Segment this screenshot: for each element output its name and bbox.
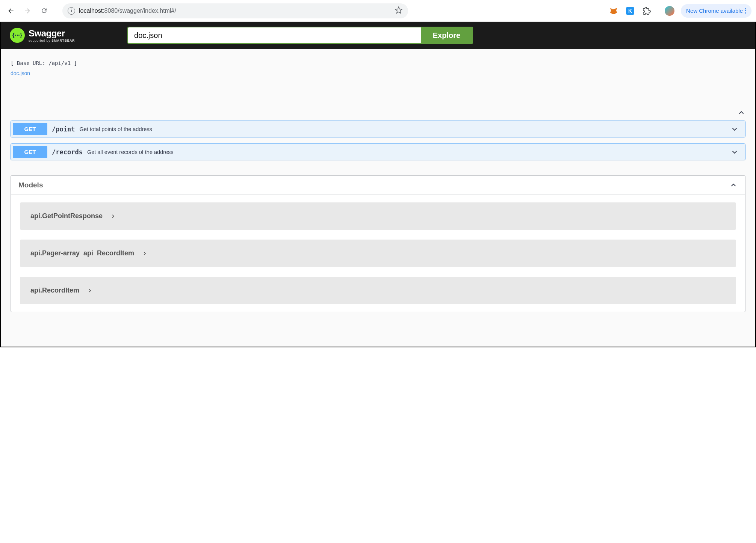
url-text: localhost:8080/swagger/index.html#/	[79, 8, 176, 14]
address-bar[interactable]: i localhost:8080/swagger/index.html#/	[62, 3, 408, 18]
endpoint-description: Get total points of the address	[79, 126, 152, 132]
spec-url-input[interactable]	[128, 27, 421, 43]
extension-k-icon[interactable]: K	[625, 6, 635, 16]
chevron-down-icon	[730, 125, 739, 133]
endpoint-description: Get all event records of the address	[87, 149, 174, 155]
opblock-summary[interactable]: GET /point Get total points of the addre…	[11, 121, 745, 137]
base-url-text: [ Base URL: /api/v1 ]	[11, 60, 745, 66]
endpoint-path: /point	[52, 125, 75, 133]
models-header[interactable]: Models	[11, 176, 745, 195]
chevron-right-icon	[142, 250, 148, 256]
extensions-puzzle-icon[interactable]	[641, 6, 652, 16]
new-chrome-available-button[interactable]: New Chrome available	[681, 4, 751, 18]
http-method-badge: GET	[13, 123, 47, 135]
model-item[interactable]: api.GetPointResponse	[20, 202, 736, 230]
model-name: api.GetPointResponse	[30, 212, 103, 220]
model-name: api.Pager-array_api_RecordItem	[30, 249, 134, 257]
chevron-right-icon	[87, 288, 93, 294]
browser-toolbar: i localhost:8080/swagger/index.html#/ K …	[0, 0, 756, 22]
chevron-down-icon	[730, 148, 739, 156]
forward-button[interactable]	[21, 5, 34, 17]
swagger-logo-subtext: supported by SMARTBEAR	[29, 39, 75, 42]
extension-metamask-icon[interactable]	[608, 6, 619, 16]
doc-json-link[interactable]: doc.json	[11, 70, 30, 76]
endpoint-path: /records	[52, 148, 83, 156]
new-chrome-label: New Chrome available	[686, 8, 743, 14]
opblock-get-point: GET /point Get total points of the addre…	[11, 121, 745, 137]
http-method-badge: GET	[13, 146, 47, 158]
model-name: api.RecordItem	[30, 287, 79, 294]
reload-button[interactable]	[38, 5, 50, 17]
opblock-summary[interactable]: GET /records Get all event records of th…	[11, 144, 745, 160]
back-button[interactable]	[5, 5, 17, 17]
page-viewport: {···} Swagger supported by SMARTBEAR Exp…	[0, 22, 756, 347]
chevron-right-icon	[110, 213, 116, 219]
default-tag-toggle[interactable]	[11, 109, 745, 121]
explore-button[interactable]: Explore	[421, 27, 472, 43]
swagger-logo-icon: {···}	[10, 28, 25, 43]
chevron-up-icon	[729, 181, 738, 189]
topbar-url-form: Explore	[127, 27, 473, 44]
models-title: Models	[18, 181, 43, 189]
opblock-get-records: GET /records Get all event records of th…	[11, 143, 745, 160]
model-item[interactable]: api.RecordItem	[20, 277, 736, 304]
bookmark-star-icon[interactable]	[395, 6, 403, 16]
site-info-icon[interactable]: i	[68, 7, 75, 15]
models-section: Models api.GetPointResponse api.Pager-ar…	[11, 175, 745, 312]
profile-avatar-icon[interactable]	[664, 6, 675, 16]
model-item[interactable]: api.Pager-array_api_RecordItem	[20, 240, 736, 267]
swagger-logo-text: Swagger	[29, 28, 75, 39]
chevron-up-icon	[737, 109, 745, 117]
swagger-logo[interactable]: {···} Swagger supported by SMARTBEAR	[10, 28, 75, 43]
overflow-menu-icon	[745, 8, 746, 14]
toolbar-divider	[658, 6, 658, 15]
swagger-topbar: {···} Swagger supported by SMARTBEAR Exp…	[1, 22, 755, 49]
